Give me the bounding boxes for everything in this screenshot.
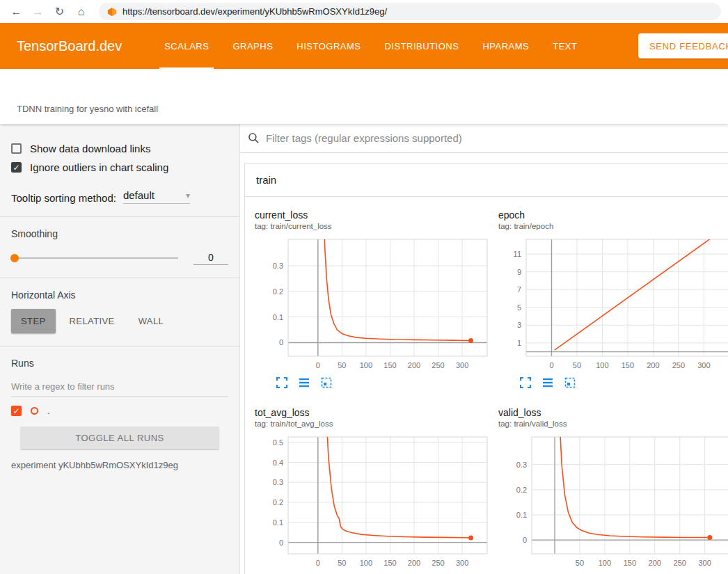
checkbox-checked-icon[interactable]: ✓ bbox=[11, 162, 22, 173]
toggle-all-runs-button[interactable]: TOGGLE ALL RUNS bbox=[20, 426, 219, 449]
train-group-card: train current_loss tag: train/current_lo… bbox=[244, 163, 728, 574]
svg-text:300: 300 bbox=[456, 361, 468, 369]
run-color-swatch-icon bbox=[31, 407, 38, 415]
line-chart-tot-avg-loss[interactable]: 05010015020025030000.10.20.30.40.5 bbox=[255, 433, 491, 573]
svg-text:0.1: 0.1 bbox=[273, 313, 283, 321]
expand-chart-icon[interactable] bbox=[519, 376, 532, 389]
fit-domain-icon[interactable] bbox=[320, 376, 333, 389]
settings-sidebar: Show data download links ✓ Ignore outlie… bbox=[0, 124, 240, 574]
svg-text:0.3: 0.3 bbox=[273, 478, 283, 486]
chart-tag: tag: train/valid_loss bbox=[498, 420, 728, 428]
svg-text:0.1: 0.1 bbox=[516, 511, 527, 519]
show-download-links-label: Show data download links bbox=[30, 143, 150, 154]
tooltip-sorting-value: default bbox=[123, 189, 155, 201]
tooltip-sorting-dropdown[interactable]: default ▾ bbox=[123, 189, 190, 204]
ignore-outliers-label: Ignore outliers in chart scaling bbox=[30, 161, 168, 173]
chart-card-epoch: epoch tag: train/epoch 05010015020025030… bbox=[498, 204, 728, 389]
run-list-item[interactable]: ✓ . bbox=[0, 397, 239, 416]
svg-text:0.4: 0.4 bbox=[273, 459, 283, 467]
app-title: TensorBoard.dev bbox=[17, 23, 122, 69]
reload-icon[interactable]: ↻ bbox=[50, 2, 69, 21]
svg-text:300: 300 bbox=[698, 559, 711, 567]
svg-text:250: 250 bbox=[432, 559, 444, 567]
nav-tabs: SCALARS GRAPHS HISTOGRAMS DISTRIBUTIONS … bbox=[152, 23, 589, 69]
chart-title: current_loss bbox=[255, 209, 498, 221]
forward-icon[interactable]: → bbox=[29, 2, 47, 21]
svg-text:5: 5 bbox=[517, 303, 521, 312]
experiment-description: TDNN training for yesno with icefall bbox=[17, 104, 158, 114]
charts-grid: current_loss tag: train/current_loss 050… bbox=[245, 197, 728, 574]
tooltip-sorting-label: Tooltip sorting method: bbox=[11, 192, 116, 204]
svg-text:150: 150 bbox=[624, 559, 636, 567]
chart-card-current-loss: current_loss tag: train/current_loss 050… bbox=[255, 204, 498, 389]
svg-text:200: 200 bbox=[647, 361, 659, 369]
svg-text:250: 250 bbox=[672, 361, 685, 369]
svg-text:100: 100 bbox=[360, 361, 372, 369]
line-chart-epoch[interactable]: 0501001502002503001357911 bbox=[498, 236, 728, 375]
run-checkbox-checked-icon[interactable]: ✓ bbox=[11, 406, 22, 416]
svg-text:0: 0 bbox=[279, 338, 283, 346]
data-table-icon[interactable] bbox=[541, 376, 554, 389]
experiment-id: experiment yKUbhb5wRmOSXYkId1z9eg bbox=[0, 449, 239, 470]
tab-scalars[interactable]: SCALARS bbox=[152, 23, 221, 69]
chart-card-tot-avg-loss: tot_avg_loss tag: train/tot_avg_loss 050… bbox=[255, 401, 498, 574]
horizontal-axis-label: Horizontal Axis bbox=[0, 278, 239, 301]
svg-text:150: 150 bbox=[383, 361, 396, 369]
svg-text:0.5: 0.5 bbox=[273, 438, 283, 447]
fit-domain-icon[interactable] bbox=[564, 376, 576, 389]
line-chart-valid-loss[interactable]: 5010015020025030000.10.20.3 bbox=[498, 433, 728, 573]
tag-filter-input[interactable] bbox=[266, 132, 721, 144]
tab-histograms[interactable]: HISTOGRAMS bbox=[285, 23, 372, 69]
svg-text:1: 1 bbox=[517, 339, 521, 347]
slider-knob[interactable] bbox=[10, 254, 19, 262]
data-table-icon[interactable] bbox=[298, 376, 310, 389]
axis-step-button[interactable]: STEP bbox=[11, 309, 56, 333]
smoothing-slider[interactable] bbox=[11, 257, 178, 259]
experiment-description-bar: TDNN training for yesno with icefall bbox=[0, 69, 728, 124]
scalars-panel: train current_loss tag: train/current_lo… bbox=[240, 124, 728, 574]
svg-text:9: 9 bbox=[517, 268, 521, 276]
svg-text:0: 0 bbox=[549, 361, 553, 369]
tab-hparams[interactable]: HPARAMS bbox=[470, 23, 541, 69]
browser-toolbar: ← → ↻ ⌂ https://tensorboard.dev/experime… bbox=[0, 0, 728, 23]
svg-text:0: 0 bbox=[279, 539, 283, 547]
home-icon[interactable]: ⌂ bbox=[72, 2, 90, 21]
back-icon[interactable]: ← bbox=[7, 2, 26, 21]
svg-text:0: 0 bbox=[316, 361, 320, 369]
chart-title: tot_avg_loss bbox=[255, 407, 498, 418]
chart-title: epoch bbox=[498, 209, 728, 221]
svg-text:50: 50 bbox=[573, 361, 581, 369]
svg-text:150: 150 bbox=[622, 361, 634, 369]
runs-label: Runs bbox=[0, 346, 239, 369]
svg-text:0.2: 0.2 bbox=[516, 486, 527, 494]
ignore-outliers-row[interactable]: ✓ Ignore outliers in chart scaling bbox=[0, 158, 239, 177]
svg-text:0: 0 bbox=[316, 559, 320, 567]
svg-text:300: 300 bbox=[456, 559, 468, 567]
svg-text:0.3: 0.3 bbox=[273, 262, 283, 270]
tab-graphs[interactable]: GRAPHS bbox=[221, 23, 285, 69]
axis-wall-button[interactable]: WALL bbox=[129, 309, 174, 333]
axis-relative-button[interactable]: RELATIVE bbox=[60, 309, 125, 333]
svg-text:0: 0 bbox=[523, 536, 527, 544]
chart-tag: tag: train/epoch bbox=[498, 222, 728, 230]
expand-chart-icon[interactable] bbox=[276, 376, 288, 389]
chart-tag: tag: train/current_loss bbox=[255, 222, 498, 230]
group-header-train[interactable]: train bbox=[245, 164, 728, 197]
line-chart-current-loss[interactable]: 05010015020025030000.10.20.3 bbox=[255, 236, 491, 375]
svg-text:0.1: 0.1 bbox=[273, 518, 283, 527]
send-feedback-button[interactable]: SEND FEEDBACK bbox=[638, 33, 728, 58]
svg-text:0.3: 0.3 bbox=[516, 461, 527, 469]
tag-filter-bar bbox=[240, 124, 728, 153]
tab-text[interactable]: TEXT bbox=[541, 23, 589, 69]
tab-distributions[interactable]: DISTRIBUTIONS bbox=[372, 23, 470, 69]
url-text: https://tensorboard.dev/experiment/yKUbh… bbox=[122, 6, 387, 17]
smoothing-value-input[interactable] bbox=[193, 250, 228, 265]
address-bar[interactable]: https://tensorboard.dev/experiment/yKUbh… bbox=[99, 3, 721, 20]
checkbox-unchecked-icon[interactable] bbox=[11, 143, 22, 154]
svg-text:300: 300 bbox=[697, 361, 710, 369]
show-download-links-row[interactable]: Show data download links bbox=[0, 139, 239, 158]
chart-title: valid_loss bbox=[498, 407, 728, 418]
svg-text:0.2: 0.2 bbox=[273, 498, 283, 507]
runs-filter-input[interactable] bbox=[11, 377, 228, 397]
svg-text:11: 11 bbox=[514, 250, 521, 258]
